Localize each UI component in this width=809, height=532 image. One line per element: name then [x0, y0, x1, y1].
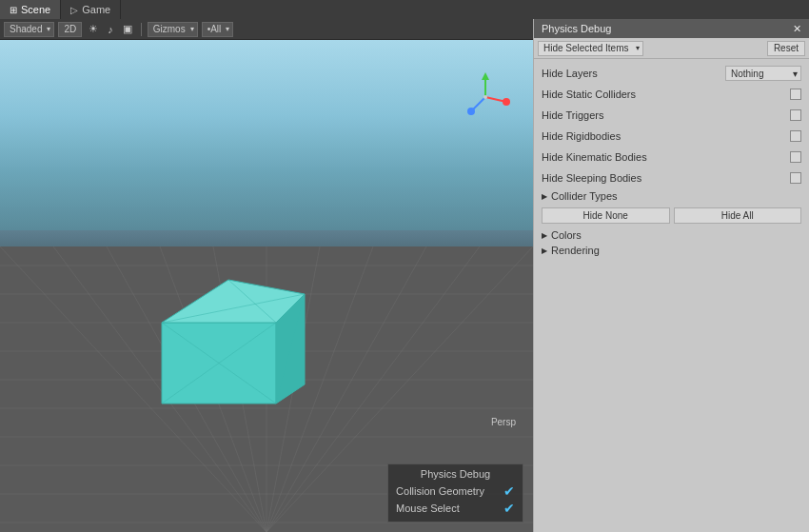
collider-types-label: Collider Types	[551, 190, 618, 202]
mouse-select-check: ✔	[503, 501, 515, 516]
sky	[0, 40, 533, 230]
axis-gizmo	[457, 69, 514, 126]
colors-label: Colors	[551, 229, 582, 241]
nothing-dropdown[interactable]: Nothing	[725, 66, 801, 81]
svg-marker-35	[482, 72, 489, 80]
collision-geometry-label: Collision Geometry	[396, 485, 484, 497]
hide-selected-label: Hide Selected Items	[543, 43, 629, 53]
panel-content: Hide Layers Nothing Hide Static Collider…	[534, 59, 809, 532]
scene-area: Shaded 2D ☀ ♪ ▣ Gizmos •All	[0, 19, 533, 532]
game-tab-label: Game	[82, 4, 110, 15]
persp-label: Persp	[491, 417, 516, 427]
hide-rigidbodies-row: Hide Rigidbodies	[542, 128, 801, 145]
light-icon-btn[interactable]: ☀	[86, 22, 101, 37]
panel-toolbar-left: Hide Selected Items	[538, 41, 643, 56]
hide-buttons-row: Hide None Hide All	[542, 207, 801, 224]
all-label: •All	[207, 24, 222, 34]
gizmos-dropdown[interactable]: Gizmos	[148, 22, 198, 37]
hide-sleeping-bodies-checkbox[interactable]	[790, 172, 801, 184]
colors-triangle: ▶	[542, 231, 547, 240]
svg-point-31	[467, 108, 475, 115]
collider-types-triangle: ▶	[542, 192, 547, 201]
hide-kinematic-bodies-checkbox[interactable]	[790, 151, 801, 163]
hide-selected-dropdown[interactable]: Hide Selected Items	[538, 41, 643, 56]
viewport[interactable]: Persp Physics Debug Collision Geometry ✔…	[0, 40, 533, 532]
collider-types-section[interactable]: ▶ Collider Types	[542, 190, 801, 202]
panel-title: Physics Debug	[542, 23, 611, 34]
hide-static-colliders-checkbox[interactable]	[790, 89, 801, 100]
2d-label: 2D	[64, 24, 76, 34]
panel-title-bar: Physics Debug ✕	[534, 19, 809, 38]
fx-icon-btn[interactable]: ▣	[120, 22, 135, 37]
scene-toolbar: Shaded 2D ☀ ♪ ▣ Gizmos •All	[0, 19, 533, 40]
tab-bar: ⊞ Scene ▷ Game	[0, 0, 809, 19]
hide-sleeping-bodies-row: Hide Sleeping Bodies	[542, 169, 801, 187]
panel-close-icon[interactable]: ✕	[793, 23, 801, 35]
toolbar-separator	[141, 23, 142, 36]
mouse-select-label: Mouse Select	[396, 502, 460, 514]
collision-geometry-check: ✔	[503, 483, 515, 499]
physics-overlay-row-mouse: Mouse Select ✔	[396, 501, 515, 516]
physics-debug-overlay: Physics Debug Collision Geometry ✔ Mouse…	[387, 463, 523, 522]
hide-none-label: Hide None	[583, 210, 628, 221]
game-tab-icon: ▷	[70, 5, 78, 15]
hide-sleeping-bodies-label: Hide Sleeping Bodies	[542, 172, 641, 184]
right-panel: Physics Debug ✕ Hide Selected Items Rese…	[533, 19, 809, 532]
cube	[143, 227, 314, 418]
gizmos-label: Gizmos	[153, 24, 186, 34]
all-dropdown[interactable]: •All	[202, 22, 234, 37]
svg-point-36	[483, 95, 487, 99]
reset-button[interactable]: Reset	[767, 41, 805, 56]
panel-toolbar: Hide Selected Items Reset	[534, 38, 809, 59]
hide-none-button[interactable]: Hide None	[542, 207, 670, 224]
hide-layers-row: Hide Layers Nothing	[542, 65, 801, 82]
reset-label: Reset	[774, 43, 799, 53]
hide-all-label: Hide All	[721, 210, 754, 221]
cube-svg	[143, 227, 314, 418]
physics-overlay-row-collision: Collision Geometry ✔	[396, 483, 515, 499]
nothing-label: Nothing	[731, 69, 763, 79]
scene-tab-icon: ⊞	[10, 5, 17, 15]
axis-gizmo-svg	[457, 69, 514, 126]
audio-icon-btn[interactable]: ♪	[105, 22, 116, 37]
hide-triggers-label: Hide Triggers	[542, 109, 603, 121]
rendering-label: Rendering	[551, 245, 600, 256]
hide-static-colliders-label: Hide Static Colliders	[542, 89, 636, 100]
rendering-triangle: ▶	[542, 246, 547, 255]
hide-rigidbodies-checkbox[interactable]	[790, 130, 801, 142]
hide-layers-label: Hide Layers	[542, 68, 598, 79]
colors-section[interactable]: ▶ Colors	[542, 229, 801, 241]
hide-triggers-row: Hide Triggers	[542, 107, 801, 124]
hide-all-button[interactable]: Hide All	[674, 207, 802, 224]
hide-kinematic-bodies-row: Hide Kinematic Bodies	[542, 148, 801, 166]
hide-kinematic-bodies-label: Hide Kinematic Bodies	[542, 151, 647, 163]
scene-tab-label: Scene	[21, 4, 50, 15]
tab-game[interactable]: ▷ Game	[61, 0, 121, 19]
hide-rigidbodies-label: Hide Rigidbodies	[542, 130, 621, 142]
physics-overlay-title: Physics Debug	[396, 468, 515, 480]
main-layout: Shaded 2D ☀ ♪ ▣ Gizmos •All	[0, 19, 809, 532]
shaded-dropdown[interactable]: Shaded	[4, 22, 54, 37]
hide-static-colliders-row: Hide Static Colliders	[542, 86, 801, 103]
2d-button[interactable]: 2D	[58, 22, 82, 37]
shaded-label: Shaded	[10, 24, 42, 34]
rendering-section[interactable]: ▶ Rendering	[542, 245, 801, 256]
hide-triggers-checkbox[interactable]	[790, 109, 801, 121]
tab-scene[interactable]: ⊞ Scene	[0, 0, 61, 19]
svg-point-33	[503, 98, 510, 106]
